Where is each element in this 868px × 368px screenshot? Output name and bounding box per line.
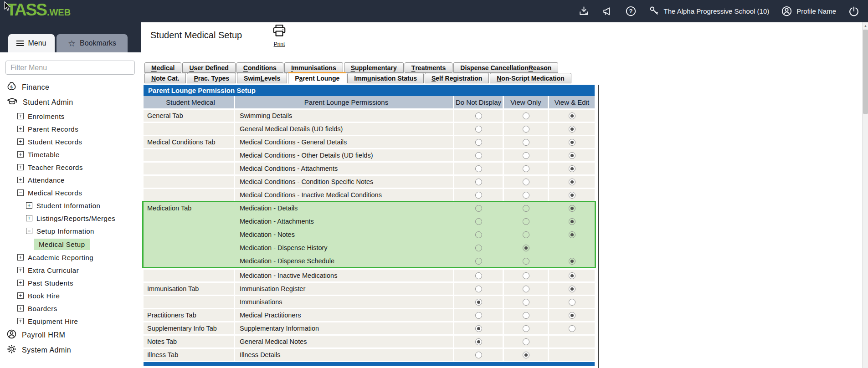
expand-icon[interactable]: +: [17, 292, 24, 299]
radio-supplementary-information-edit[interactable]: [569, 325, 575, 332]
sidebar-item-payroll-hrm[interactable]: Payroll HRM: [0, 327, 141, 342]
radio-medical-conditions-other-details-ud-fields-dnd[interactable]: [475, 152, 482, 159]
radio-immunisations-view[interactable]: [523, 299, 529, 306]
tab-self-registration[interactable]: Self Registration: [425, 73, 489, 83]
radio-illness-details-view[interactable]: [523, 352, 529, 358]
expand-icon[interactable]: +: [17, 164, 24, 170]
radio-medication-inactive-medications-edit[interactable]: [569, 272, 575, 279]
radio-medication-inactive-medications-dnd[interactable]: [475, 272, 482, 279]
download-button[interactable]: [578, 5, 590, 17]
tab-supplementary[interactable]: Supplementary: [344, 62, 404, 73]
radio-medical-conditions-attachments-edit[interactable]: [569, 165, 575, 172]
help-button[interactable]: ?: [625, 5, 637, 17]
radio-medical-conditions-inactive-medical-conditions-edit[interactable]: [569, 192, 575, 199]
radio-medication-notes-edit[interactable]: [569, 231, 575, 238]
radio-medical-conditions-condition-specific-notes-view[interactable]: [523, 179, 529, 185]
expand-icon[interactable]: +: [17, 113, 24, 119]
radio-medical-conditions-general-details-view[interactable]: [523, 139, 529, 146]
expand-icon[interactable]: +: [17, 267, 24, 273]
school-selector[interactable]: The Alpha Progressive School (10): [648, 5, 770, 17]
sidebar-item-academic-reporting[interactable]: +Academic Reporting: [0, 251, 141, 264]
radio-medical-conditions-inactive-medical-conditions-dnd[interactable]: [475, 192, 482, 199]
radio-medication-dispense-history-dnd[interactable]: [475, 245, 482, 251]
sidebar-item-extra-curricular[interactable]: +Extra Curricular: [0, 264, 141, 276]
print-button[interactable]: Print: [269, 24, 290, 47]
radio-general-medical-details-ud-fields-dnd[interactable]: [475, 126, 482, 133]
radio-illness-details-dnd[interactable]: [475, 352, 482, 358]
expand-icon[interactable]: +: [26, 215, 32, 221]
expand-icon[interactable]: +: [17, 177, 24, 183]
logout-button[interactable]: [848, 5, 860, 17]
sidebar-item-enrolments[interactable]: +Enrolments: [0, 110, 141, 123]
radio-medication-dispense-schedule-dnd[interactable]: [475, 258, 482, 265]
sidebar-item-medical-setup[interactable]: Medical Setup: [0, 237, 141, 251]
tab-prac-types[interactable]: Prac. Types: [187, 73, 236, 83]
radio-medical-conditions-general-details-dnd[interactable]: [475, 139, 482, 146]
radio-general-medical-details-ud-fields-edit[interactable]: [569, 126, 575, 133]
radio-medication-details-edit[interactable]: [569, 205, 575, 212]
tab-medical[interactable]: Medical: [144, 62, 181, 73]
tab-immunisations[interactable]: Immunisations: [284, 62, 343, 73]
radio-supplementary-information-dnd[interactable]: [475, 325, 482, 332]
sidebar-item-book-hire[interactable]: +Book Hire: [0, 289, 141, 302]
radio-medical-conditions-condition-specific-notes-dnd[interactable]: [475, 179, 482, 185]
tab-swim-levels[interactable]: Swim Levels: [237, 73, 287, 83]
radio-medical-conditions-other-details-ud-fields-view[interactable]: [523, 152, 529, 159]
radio-medical-conditions-attachments-view[interactable]: [523, 165, 529, 172]
radio-medication-dispense-schedule-edit[interactable]: [569, 258, 575, 265]
expand-icon[interactable]: +: [17, 318, 24, 324]
announcements-button[interactable]: [601, 5, 613, 17]
tab-treatments[interactable]: Treatments: [405, 62, 452, 73]
filter-menu-input[interactable]: [5, 61, 135, 75]
expand-icon[interactable]: +: [17, 280, 24, 286]
radio-medication-attachments-dnd[interactable]: [475, 218, 482, 225]
scroll-up-arrow[interactable]: ▲: [863, 22, 868, 29]
tab-bookmarks[interactable]: ☆ Bookmarks: [56, 34, 128, 52]
radio-medication-dispense-schedule-view[interactable]: [523, 258, 529, 265]
sidebar-item-system-admin[interactable]: System Admin: [0, 342, 141, 358]
tab-dispense-cancellation-reason[interactable]: Dispense Cancellation Reason: [453, 62, 558, 73]
collapse-icon[interactable]: −: [26, 228, 32, 234]
tab-immunisation-status[interactable]: Immunisation Status: [347, 73, 424, 83]
radio-medication-dispense-history-view[interactable]: [523, 245, 529, 251]
radio-immunisations-dnd[interactable]: [475, 299, 482, 306]
radio-immunisation-register-view[interactable]: [523, 286, 529, 292]
sidebar-item-equipment-hire[interactable]: +Equipment Hire: [0, 315, 141, 327]
tab-user-defined[interactable]: User Defined: [182, 62, 235, 73]
tab-parent-lounge[interactable]: Parent Lounge: [288, 72, 346, 84]
radio-medical-practitioners-view[interactable]: [523, 312, 529, 319]
radio-general-medical-details-ud-fields-view[interactable]: [523, 126, 529, 133]
expand-icon[interactable]: +: [17, 254, 24, 261]
sidebar-item-teacher-records[interactable]: +Teacher Records: [0, 161, 141, 174]
radio-medical-conditions-inactive-medical-conditions-view[interactable]: [523, 192, 529, 199]
radio-swimming-details-edit[interactable]: [569, 112, 575, 119]
radio-medical-conditions-general-details-edit[interactable]: [569, 139, 575, 146]
sidebar-item-medical-records[interactable]: −Medical Records: [0, 186, 141, 199]
radio-swimming-details-view[interactable]: [523, 112, 529, 119]
expand-icon[interactable]: +: [17, 305, 24, 312]
radio-medication-attachments-edit[interactable]: [569, 218, 575, 225]
sidebar-item-attendance[interactable]: +Attendance: [0, 174, 141, 186]
radio-supplementary-information-view[interactable]: [523, 325, 529, 332]
radio-medical-conditions-attachments-dnd[interactable]: [475, 165, 482, 172]
tab-menu[interactable]: Menu: [8, 34, 55, 52]
expand-icon[interactable]: +: [17, 126, 24, 132]
expand-icon[interactable]: +: [17, 151, 24, 158]
expand-icon[interactable]: +: [17, 138, 24, 145]
tab-conditions[interactable]: Conditions: [236, 62, 283, 73]
sidebar-item-parent-records[interactable]: +Parent Records: [0, 123, 141, 135]
profile-menu[interactable]: Profile Name: [781, 5, 836, 17]
vertical-scrollbar[interactable]: ▲: [862, 22, 868, 368]
sidebar-item-boarders[interactable]: +Boarders: [0, 302, 141, 315]
sidebar-item-finance[interactable]: $Finance: [0, 80, 141, 95]
radio-medication-notes-view[interactable]: [523, 231, 529, 238]
scrollbar-thumb[interactable]: [863, 30, 868, 114]
radio-medication-attachments-view[interactable]: [523, 218, 529, 225]
radio-medication-inactive-medications-view[interactable]: [523, 272, 529, 279]
tab-note-cat[interactable]: Note Cat.: [144, 73, 186, 83]
radio-swimming-details-dnd[interactable]: [475, 112, 482, 119]
sidebar-item-student-information[interactable]: +Student Information: [0, 199, 141, 212]
radio-medical-conditions-other-details-ud-fields-edit[interactable]: [569, 152, 575, 159]
sidebar-item-student-admin[interactable]: Student Admin: [0, 95, 141, 110]
expand-icon[interactable]: +: [26, 202, 32, 209]
